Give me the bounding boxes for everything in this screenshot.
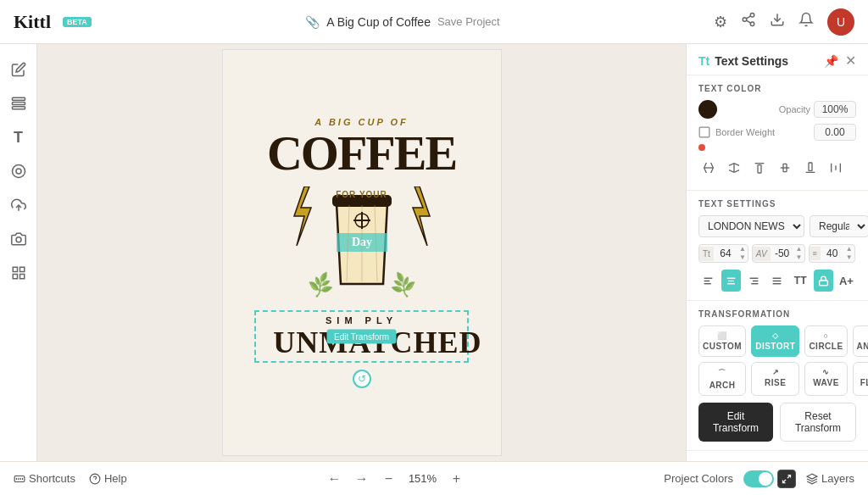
bell-icon[interactable] — [798, 12, 814, 31]
svg-rect-16 — [19, 275, 24, 279]
opacity-input[interactable] — [814, 101, 856, 118]
transform-flag[interactable]: ⚑ FLAG — [853, 362, 868, 396]
zoom-out-button[interactable]: − — [379, 469, 399, 489]
transform-grid: ⬜ CUSTOM ◇ DISTORT ○ CIRCLE / ANGLE ⌒ — [698, 325, 856, 396]
flip-v-icon[interactable] — [724, 158, 744, 178]
svg-line-4 — [746, 16, 750, 19]
align-bottom-icon[interactable] — [800, 158, 821, 178]
border-weight-input[interactable] — [814, 124, 856, 141]
transform-wave[interactable]: ∿ WAVE — [804, 362, 847, 396]
help-icon — [89, 473, 101, 485]
transform-custom[interactable]: ⬜ CUSTOM — [698, 325, 746, 357]
justify-button[interactable] — [767, 270, 787, 292]
edit-transform-badge[interactable]: Edit Transform — [327, 330, 396, 344]
panel-header: Tt Text Settings 📌 ✕ — [687, 44, 868, 75]
toggle-switch[interactable] — [743, 470, 774, 487]
pan-left-button[interactable]: ← — [325, 469, 345, 489]
font-size-group: Tt 64 ▲ ▼ — [698, 244, 748, 263]
shortcuts-icon — [14, 473, 25, 485]
sidebar-item-camera[interactable] — [3, 224, 34, 254]
svg-point-12 — [16, 237, 21, 242]
transform-angle[interactable]: / ANGLE — [853, 325, 868, 357]
tracking-arrows[interactable]: ▲ ▼ — [794, 245, 804, 261]
close-button[interactable]: ✕ — [845, 54, 856, 68]
svg-rect-52 — [819, 280, 827, 285]
reset-transform-button[interactable]: Reset Transform — [780, 403, 856, 442]
bottombar-left: Shortcuts Help — [14, 472, 127, 485]
align-left-button[interactable] — [698, 270, 718, 292]
tracking-label: AV — [753, 247, 771, 261]
edit-transform-button[interactable]: Edit Transform — [698, 403, 773, 442]
sidebar-item-layers[interactable] — [3, 88, 34, 119]
bottombar: Shortcuts Help ← → − 151% + Project Colo… — [0, 461, 868, 495]
text-grow-button[interactable]: A+ — [837, 270, 856, 292]
color-swatch[interactable] — [698, 100, 717, 119]
left-sidebar: T — [0, 44, 37, 461]
layers-icon — [806, 473, 818, 485]
zoom-in-button[interactable]: + — [447, 469, 467, 489]
sidebar-item-text[interactable]: T — [3, 122, 34, 153]
font-select[interactable]: LONDON NEWS — [698, 215, 804, 237]
svg-point-10 — [16, 169, 21, 174]
svg-marker-18 — [413, 186, 430, 246]
sidebar-item-edit[interactable] — [3, 54, 34, 85]
transform-distort[interactable]: ◇ DISTORT — [751, 325, 799, 357]
font-size-arrows[interactable]: ▲ ▼ — [737, 245, 748, 261]
svg-rect-7 — [12, 103, 25, 105]
sidebar-item-grid[interactable] — [3, 258, 34, 288]
style-select[interactable]: Regular Bold Italic — [810, 215, 868, 237]
distribute-icon[interactable] — [826, 158, 846, 178]
panel-pin-icon[interactable]: 📌 — [824, 54, 838, 68]
align-right-button[interactable] — [744, 270, 764, 292]
transform-rise[interactable]: ↗ RISE — [751, 362, 799, 396]
border-color-dot[interactable] — [698, 144, 705, 151]
gear-icon[interactable]: ⚙ — [714, 13, 727, 31]
sidebar-item-elements[interactable] — [3, 156, 34, 186]
shortcuts-label: Shortcuts — [29, 472, 75, 485]
app-badge: BETA — [63, 17, 92, 27]
opacity-group: Opacity — [779, 101, 856, 118]
panel-title: Tt Text Settings — [698, 54, 788, 68]
project-colors-label: Project Colors — [664, 472, 733, 485]
toggle-knob — [759, 472, 772, 486]
color-expand-icon[interactable] — [777, 470, 796, 488]
color-toggle — [743, 470, 796, 488]
line-height-arrows[interactable]: ▲ ▼ — [844, 245, 854, 261]
align-top-icon[interactable] — [749, 158, 770, 178]
sidebar-item-uploads[interactable] — [3, 190, 34, 220]
format-row: TT A+ — [698, 270, 856, 292]
caps-button[interactable]: TT — [791, 270, 810, 292]
align-center-button[interactable] — [721, 270, 741, 292]
layers-button[interactable]: Layers — [806, 472, 854, 485]
transformation-section: TRANSFORMATION ⬜ CUSTOM ◇ DISTORT ○ CIRC… — [687, 301, 868, 451]
help-label: Help — [104, 472, 127, 485]
shortcuts-button[interactable]: Shortcuts — [14, 472, 75, 485]
svg-point-0 — [750, 14, 754, 18]
svg-rect-6 — [12, 97, 25, 100]
main-area: T A BIG CUP OF Coffee — [0, 44, 868, 461]
align-middle-icon[interactable] — [775, 158, 795, 178]
transform-arch[interactable]: ⌒ ARCH — [698, 362, 746, 396]
lock-button[interactable] — [814, 270, 833, 292]
svg-point-2 — [750, 22, 754, 26]
zoom-level: 151% — [406, 472, 440, 485]
lightning-left-icon — [286, 186, 315, 246]
svg-point-1 — [743, 18, 747, 22]
panel-actions: 📌 ✕ — [824, 54, 856, 68]
canvas[interactable]: A BIG CUP OF Coffee — [222, 49, 502, 456]
save-project-button[interactable]: Save Project — [437, 15, 500, 28]
download-icon[interactable] — [770, 12, 785, 31]
flip-h-icon[interactable] — [698, 158, 719, 178]
pan-right-button[interactable]: → — [352, 469, 372, 489]
share-icon[interactable] — [741, 12, 756, 31]
text-color-section: TEXT COLOR Opacity Border Weight — [687, 75, 868, 191]
transform-circle[interactable]: ○ CIRCLE — [804, 325, 847, 357]
opacity-label: Opacity — [779, 104, 810, 114]
transform-actions: Edit Transform Reset Transform — [698, 403, 856, 442]
rotate-handle[interactable]: ↺ — [353, 370, 371, 388]
font-row: LONDON NEWS Regular Bold Italic — [698, 215, 856, 237]
help-button[interactable]: Help — [89, 472, 127, 485]
line-height-value: 40 — [821, 245, 844, 262]
tracking-group: AV -50 ▲ ▼ — [752, 244, 805, 263]
user-avatar[interactable]: U — [827, 8, 854, 36]
